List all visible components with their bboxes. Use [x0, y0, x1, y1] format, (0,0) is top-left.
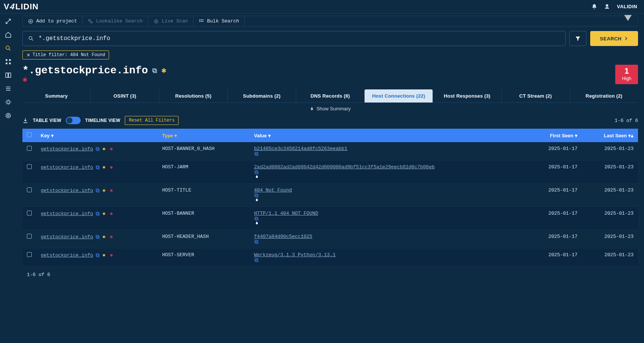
- value-link[interactable]: HTTP/1.1 404 NOT FOUND: [254, 211, 318, 216]
- svg-rect-36: [97, 213, 100, 215]
- tab-ct-stream-2-[interactable]: CT Stream (2): [502, 89, 570, 102]
- row-checkbox[interactable]: [27, 164, 32, 169]
- col-first-seen[interactable]: First Seen▾: [533, 129, 582, 142]
- copy-icon[interactable]: [254, 193, 529, 198]
- key-link[interactable]: getstockprice.info: [41, 146, 93, 152]
- search-input[interactable]: [38, 35, 560, 42]
- row-checkbox[interactable]: [27, 211, 32, 215]
- copy-icon[interactable]: [95, 188, 100, 193]
- tab-resolutions-5-[interactable]: Resolutions (5): [159, 89, 227, 102]
- tab-host-connections-22-[interactable]: Host Connections (22): [365, 89, 433, 102]
- first-seen-cell: 2025-01-17: [533, 142, 582, 160]
- tab-summary[interactable]: Summary: [22, 89, 91, 102]
- copy-icon[interactable]: [254, 258, 529, 263]
- username[interactable]: VALIDIN: [617, 4, 637, 9]
- copy-icon[interactable]: [95, 147, 100, 151]
- logo: V4LIDIN: [2, 2, 38, 12]
- download-icon[interactable]: [22, 117, 28, 123]
- filter-button[interactable]: [569, 31, 586, 46]
- timeline-view-label[interactable]: TIMELINE VIEW: [85, 118, 120, 123]
- result-count-top: 1-6 of 6: [615, 118, 638, 123]
- tab-registration-2-[interactable]: Registration (2): [570, 89, 638, 102]
- svg-point-0: [6, 46, 9, 49]
- asterisk-icon: ✱: [102, 146, 105, 152]
- key-link[interactable]: getstockprice.info: [41, 165, 93, 170]
- bookmark-icon[interactable]: [624, 15, 632, 21]
- close-icon[interactable]: [27, 53, 30, 57]
- grid-icon[interactable]: [5, 58, 12, 65]
- copy-icon[interactable]: [254, 170, 529, 175]
- copy-icon[interactable]: [95, 165, 100, 170]
- show-summary-button[interactable]: Show Summary: [22, 103, 638, 114]
- home-icon[interactable]: [5, 31, 12, 38]
- svg-rect-15: [199, 19, 200, 20]
- key-link[interactable]: getstockprice.info: [41, 234, 93, 240]
- view-toggle[interactable]: [66, 117, 81, 124]
- bell-icon[interactable]: [591, 4, 597, 10]
- svg-rect-43: [255, 240, 257, 243]
- search-box[interactable]: [22, 31, 566, 46]
- tab-host-responses-3-[interactable]: Host Responses (3): [433, 89, 501, 102]
- add-to-project-button[interactable]: Add to project: [23, 16, 83, 26]
- value-link[interactable]: f4407a84d90c5ecc1025: [254, 234, 312, 239]
- gear-icon: ✱: [22, 77, 27, 83]
- tab-osint-3-[interactable]: OSINT (3): [91, 89, 159, 102]
- svg-rect-5: [6, 73, 8, 77]
- svg-rect-44: [97, 254, 100, 257]
- tab-dns-records-8-[interactable]: DNS Records (8): [296, 89, 365, 102]
- value-link[interactable]: 2ad2ad0002ad2ad00042d42d000000ad9bf51cc3…: [254, 164, 435, 170]
- col-type[interactable]: Type▾: [158, 129, 250, 142]
- expand-icon[interactable]: [5, 18, 12, 25]
- search-button[interactable]: SEARCH: [590, 31, 638, 46]
- live-scan-button[interactable]: Live Scan: [148, 16, 193, 26]
- key-link[interactable]: getstockprice.info: [41, 188, 93, 193]
- bulk-search-button[interactable]: Bulk Search: [193, 16, 245, 26]
- svg-point-8: [6, 113, 10, 118]
- select-all-checkbox[interactable]: [27, 132, 32, 137]
- copy-icon[interactable]: [254, 216, 529, 221]
- key-link[interactable]: getstockprice.info: [41, 211, 93, 217]
- search-icon[interactable]: [5, 45, 12, 52]
- svg-rect-37: [96, 212, 99, 215]
- copy-icon[interactable]: [95, 253, 100, 258]
- row-checkbox[interactable]: [27, 234, 32, 239]
- gear-icon: ✱: [110, 252, 113, 258]
- copy-icon[interactable]: [95, 211, 100, 216]
- asterisk-icon: ✱: [102, 252, 105, 258]
- row-checkbox[interactable]: [27, 252, 32, 257]
- reset-filters-button[interactable]: Reset All Filters: [125, 116, 179, 125]
- copy-icon[interactable]: [254, 239, 529, 244]
- view-controls: TABLE VIEW TIMELINE VIEW Reset All Filte…: [22, 114, 638, 129]
- filter-chip[interactable]: Title filter: 404 Not Found: [22, 50, 109, 59]
- svg-rect-16: [201, 19, 202, 20]
- value-link[interactable]: b21405ce3c3456214ad8fc5263eeabb1: [254, 146, 347, 151]
- svg-rect-2: [9, 59, 11, 61]
- row-checkbox[interactable]: [27, 187, 32, 192]
- type-cell: HOST-TITLE: [158, 184, 250, 207]
- last-seen-cell: 2025-01-23: [582, 207, 638, 230]
- table-view-label[interactable]: TABLE VIEW: [33, 118, 61, 123]
- copy-icon[interactable]: [95, 235, 100, 239]
- col-key[interactable]: Key▾: [36, 129, 158, 142]
- svg-rect-38: [256, 218, 258, 220]
- copy-icon[interactable]: [152, 68, 158, 74]
- user-icon[interactable]: [604, 4, 610, 10]
- copy-icon[interactable]: [254, 151, 529, 156]
- type-cell: HOST-SERVER: [158, 248, 250, 267]
- bug-icon[interactable]: [5, 99, 12, 105]
- row-checkbox[interactable]: [27, 146, 32, 151]
- value-link[interactable]: 404 Not Found: [254, 187, 292, 193]
- col-last-seen[interactable]: Last Seen▾▴: [582, 129, 638, 142]
- panel-icon[interactable]: [5, 72, 12, 79]
- col-value[interactable]: Value▾: [250, 129, 533, 142]
- target-icon[interactable]: [5, 112, 12, 119]
- tab-subdomains-2-[interactable]: Subdomains (2): [228, 89, 296, 102]
- first-seen-cell: 2025-01-17: [533, 160, 582, 184]
- last-seen-cell: 2025-01-23: [582, 160, 638, 184]
- lookalike-search-button[interactable]: Lookalike Search: [83, 16, 148, 26]
- list-icon[interactable]: [5, 85, 12, 92]
- svg-rect-4: [9, 62, 11, 64]
- value-link[interactable]: Werkzeug/3.1.3 Python/3.13.1: [254, 252, 335, 258]
- svg-point-9: [7, 115, 9, 117]
- key-link[interactable]: getstockprice.info: [41, 252, 93, 258]
